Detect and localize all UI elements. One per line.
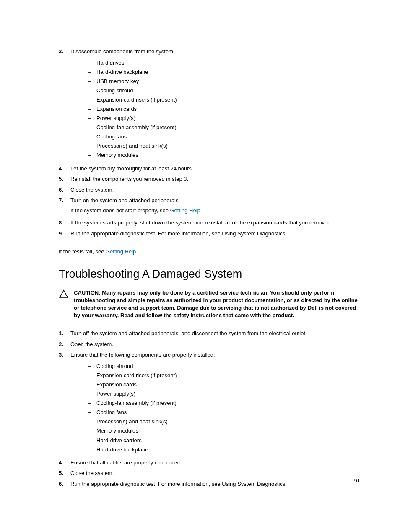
step-number: 7.	[59, 196, 70, 216]
list-item: –Expansion cards	[88, 104, 360, 114]
step-line1: Turn on the system and attached peripher…	[70, 196, 360, 205]
dash-icon: –	[88, 362, 96, 371]
dash-icon: –	[88, 389, 96, 399]
step-text: Open the system.	[70, 340, 360, 349]
list-item: –Memory modules	[88, 426, 360, 436]
item-text: Cooling-fan assembly (if present)	[96, 399, 177, 408]
item-text: Memory modules	[96, 151, 138, 160]
list-item: –Expansion-card risers (if present)	[88, 371, 360, 380]
item-text: Power supply(s)	[96, 114, 135, 123]
dash-icon: –	[88, 77, 96, 86]
list-item: –Processor(s) and heat sink(s)	[88, 417, 360, 426]
step-text: Close the system.	[70, 469, 360, 477]
step-3: 3. Ensure that the following components …	[59, 351, 360, 456]
caution-icon	[59, 289, 69, 299]
item-text: Expansion-card risers (if present)	[96, 371, 177, 380]
step-number: 8.	[59, 219, 70, 227]
step-text: Ensure that all cables are properly conn…	[70, 459, 360, 467]
step-3: 3. Disassemble components from the syste…	[59, 47, 360, 162]
list-item: –Hard-drive backplane	[88, 445, 360, 454]
list-item: –Hard-drive backplane	[88, 68, 360, 77]
dash-icon: –	[88, 380, 96, 389]
dash-icon: –	[88, 445, 96, 454]
step-number: 3.	[59, 47, 70, 162]
caution-text: CAUTION: Many repairs may only be done b…	[74, 289, 360, 320]
step-text: If the system starts properly, shut down…	[70, 219, 360, 227]
step-body: Disassemble components from the system: …	[70, 47, 360, 162]
list-item: –Cooling shroud	[88, 86, 360, 95]
dash-icon: –	[88, 151, 96, 160]
item-text: Hard-drive backplane	[96, 68, 148, 77]
step-line2: If the system does not start properly, s…	[70, 206, 360, 215]
list-item: –Power supply(s)	[88, 389, 360, 399]
getting-help-link[interactable]: Getting Help	[106, 248, 136, 255]
item-text: USB memory key	[96, 77, 139, 86]
step-1: 1.Turn off the system and attached perip…	[59, 329, 360, 338]
item-text: Power supply(s)	[96, 389, 135, 399]
step-body: Turn on the system and attached peripher…	[70, 196, 360, 216]
list-item: –Power supply(s)	[88, 114, 360, 123]
step-text: Turn off the system and attached periphe…	[70, 329, 360, 338]
step-text: Run the appropriate diagnostic test. For…	[70, 229, 360, 238]
step-4: 4.Let the system dry thoroughly for at l…	[59, 164, 360, 173]
text-fragment: If the system does not start properly, s…	[70, 207, 170, 214]
list-item: –Cooling fans	[88, 132, 360, 141]
dash-icon: –	[88, 399, 96, 408]
getting-help-link[interactable]: Getting Help	[170, 207, 200, 214]
item-text: Expansion-card risers (if present)	[96, 95, 177, 104]
step-number: 6.	[59, 480, 70, 488]
step-text: Let the system dry thoroughly for at lea…	[70, 164, 360, 173]
step-5: 5.Close the system.	[59, 469, 360, 477]
text-fragment: If the tests fail, see	[59, 248, 106, 255]
list-item: –Cooling shroud	[88, 362, 360, 371]
step-number: 5.	[59, 175, 70, 183]
step-text: Ensure that the following components are…	[70, 351, 360, 359]
step-number: 3.	[59, 351, 70, 456]
section-heading: Troubleshooting A Damaged System	[59, 268, 360, 281]
step-text: Reinstall the components you removed in …	[70, 175, 360, 183]
dash-icon: –	[88, 141, 96, 151]
step-6: 6.Close the system.	[59, 186, 360, 194]
dash-icon: –	[88, 408, 96, 417]
item-text: Cooling-fan assembly (if present)	[96, 123, 177, 132]
dash-icon: –	[88, 436, 96, 445]
dash-icon: –	[88, 371, 96, 380]
list-item: –Memory modules	[88, 151, 360, 160]
list-item: –Cooling-fan assembly (if present)	[88, 399, 360, 408]
dash-icon: –	[88, 123, 96, 132]
list-item: –Expansion-card risers (if present)	[88, 95, 360, 104]
step-2: 2.Open the system.	[59, 340, 360, 349]
page-number: 91	[354, 477, 360, 484]
step-8: 8.If the system starts properly, shut do…	[59, 219, 360, 227]
step-text: Close the system.	[70, 186, 360, 194]
step-text: Run the appropriate diagnostic test. For…	[70, 480, 360, 488]
step-6: 6.Run the appropriate diagnostic test. F…	[59, 480, 360, 488]
step-4: 4.Ensure that all cables are properly co…	[59, 459, 360, 467]
step-number: 9.	[59, 229, 70, 238]
item-text: Processor(s) and heat sink(s)	[96, 417, 168, 426]
step-5: 5.Reinstall the components you removed i…	[59, 175, 360, 183]
text-fragment: .	[200, 207, 202, 214]
item-text: Expansion cards	[96, 104, 137, 114]
dash-icon: –	[88, 426, 96, 436]
text-fragment: .	[136, 248, 138, 255]
item-text: Hard drives	[96, 58, 124, 68]
list-item: –Expansion cards	[88, 380, 360, 389]
list-item: –Cooling-fan assembly (if present)	[88, 123, 360, 132]
list-item: –USB memory key	[88, 77, 360, 86]
item-text: Hard-drive carriers	[96, 436, 142, 445]
list-item: –Processor(s) and heat sink(s)	[88, 141, 360, 151]
list-item: –Hard-drive carriers	[88, 436, 360, 445]
step-7: 7. Turn on the system and attached perip…	[59, 196, 360, 216]
item-text: Cooling fans	[96, 408, 127, 417]
step-number: 5.	[59, 469, 70, 477]
item-text: Hard-drive backplane	[96, 445, 148, 454]
step-number: 6.	[59, 186, 70, 194]
bottom-steps-list: 1.Turn off the system and attached perip…	[59, 329, 360, 488]
step-9: 9.Run the appropriate diagnostic test. F…	[59, 229, 360, 238]
top-steps-list: 3. Disassemble components from the syste…	[59, 47, 360, 237]
step3-sublist: –Hard drives –Hard-drive backplane –USB …	[88, 58, 360, 160]
item-text: Cooling shroud	[96, 86, 133, 95]
list-item: –Hard drives	[88, 58, 360, 68]
dash-icon: –	[88, 58, 96, 68]
